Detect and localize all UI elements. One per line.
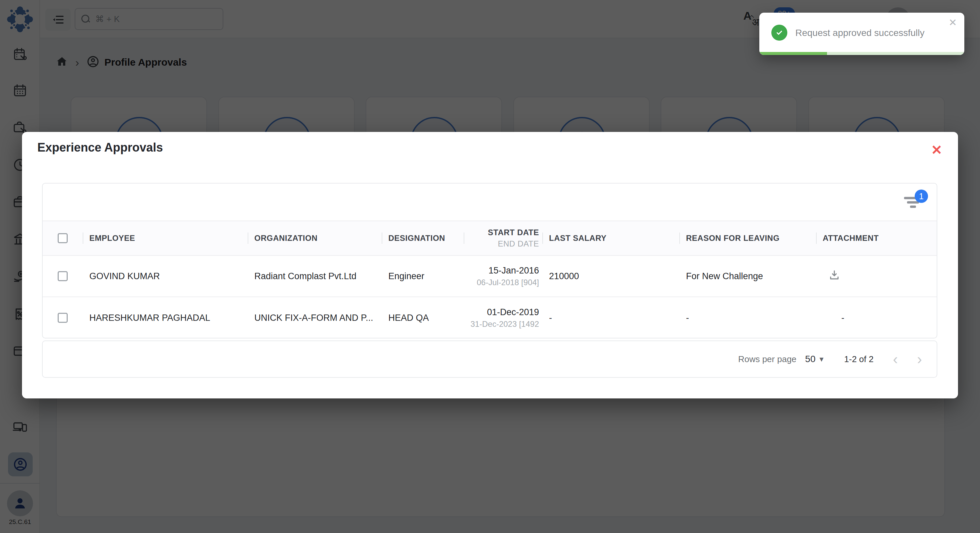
employee-cell: GOVIND KUMAR	[83, 271, 248, 281]
col-employee[interactable]: EMPLOYEE	[83, 233, 248, 243]
success-check-icon	[772, 25, 788, 41]
col-designation[interactable]: DESIGNATION	[382, 233, 464, 243]
col-dates[interactable]: START DATE END DATE	[464, 228, 542, 249]
organization-cell: Radiant Complast Pvt.Ltd	[248, 271, 382, 281]
approvals-table-card: 1 EMPLOYEE ORGANIZATION DESIGNATION STAR…	[42, 183, 937, 338]
designation-cell: HEAD QA	[382, 313, 464, 323]
col-reason[interactable]: REASON FOR LEAVING	[679, 233, 816, 243]
rows-per-page-label: Rows per page	[738, 354, 796, 365]
designation-cell: Engineer	[382, 271, 464, 281]
pagination-range: 1-2 of 2	[844, 354, 873, 365]
table-header-row: EMPLOYEE ORGANIZATION DESIGNATION START …	[43, 220, 937, 256]
last-salary-cell: 210000	[542, 271, 679, 281]
employee-cell: HARESHKUMAR PAGHADAL	[83, 313, 248, 323]
reason-cell: For New Challenge	[679, 271, 816, 281]
rows-per-page-select[interactable]: 50	[805, 354, 815, 365]
table-toolbar: 1	[43, 184, 937, 220]
attachment-dash: -	[842, 313, 844, 323]
experience-approvals-modal: Experience Approvals ✕ 1 EMPLOYEE ORGANI…	[22, 132, 958, 398]
table-row[interactable]: HARESHKUMAR PAGHADAL UNICK FIX-A-FORM AN…	[43, 297, 937, 338]
download-attachment-icon[interactable]	[822, 273, 841, 284]
previous-page-button[interactable]: ‹	[893, 352, 898, 366]
attachment-cell	[816, 269, 937, 284]
table-row[interactable]: GOVIND KUMAR Radiant Complast Pvt.Ltd En…	[43, 256, 937, 297]
filter-count-badge: 1	[915, 190, 928, 203]
caret-down-icon[interactable]: ▾	[819, 354, 823, 364]
pagination-bar: Rows per page 50 ▾ 1-2 of 2 ‹ ›	[42, 341, 937, 378]
toast-close-icon[interactable]: ✕	[949, 17, 957, 28]
row-checkbox[interactable]	[58, 313, 68, 323]
table-body: GOVIND KUMAR Radiant Complast Pvt.Ltd En…	[43, 256, 937, 338]
toast-progress-fill	[759, 52, 827, 55]
reason-cell: -	[679, 313, 816, 323]
dates-cell: 15-Jan-2016 06-Jul-2018 [904]	[464, 265, 542, 287]
success-toast: Request approved successfully ✕	[759, 13, 964, 55]
attachment-cell: -	[816, 313, 937, 323]
col-organization[interactable]: ORGANIZATION	[248, 233, 382, 243]
dates-cell: 01-Dec-2019 31-Dec-2023 [1492	[464, 307, 542, 329]
select-all-checkbox[interactable]	[58, 233, 68, 243]
modal-close-icon[interactable]: ✕	[929, 142, 945, 158]
select-all-header	[43, 233, 83, 243]
row-checkbox[interactable]	[58, 271, 68, 281]
toast-progress-track	[759, 52, 964, 55]
filter-button[interactable]: 1	[903, 197, 923, 210]
toast-message: Request approved successfully	[795, 28, 925, 38]
next-page-button[interactable]: ›	[917, 352, 922, 366]
modal-title: Experience Approvals	[37, 141, 163, 155]
col-attachment[interactable]: ATTACHMENT	[816, 233, 937, 243]
organization-cell: UNICK FIX-A-FORM AND P...	[248, 313, 382, 323]
col-last-salary[interactable]: LAST SALARY	[542, 233, 679, 243]
last-salary-cell: -	[542, 313, 679, 323]
app-screen: 25.C.61 A ⌐ अ 99+ › Profile Approvals	[0, 0, 980, 533]
